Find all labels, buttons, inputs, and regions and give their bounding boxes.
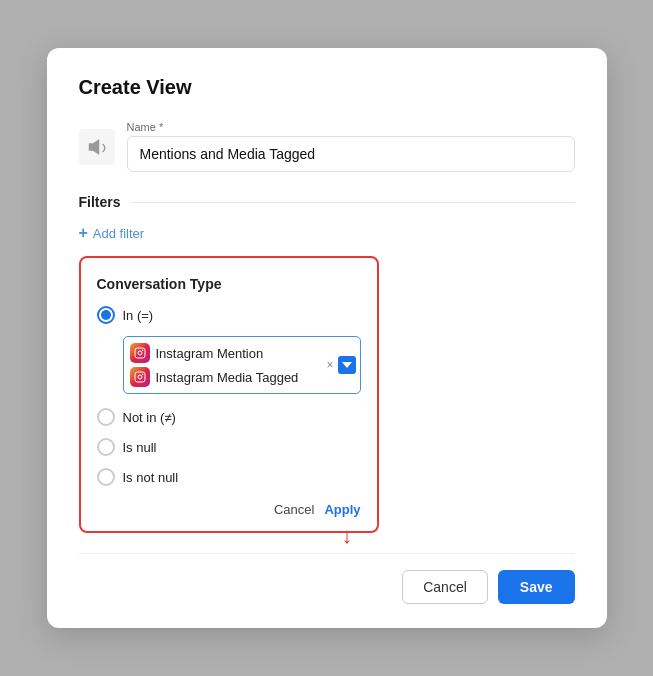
instagram-icon-2 bbox=[130, 367, 150, 387]
svg-point-5 bbox=[138, 375, 142, 379]
instagram-icon-1 bbox=[130, 343, 150, 363]
multi-select-box[interactable]: Instagram Mention Instagram Media Tagged… bbox=[123, 336, 361, 394]
radio-is-not-null[interactable]: Is not null bbox=[97, 468, 361, 486]
name-label: Name * bbox=[127, 121, 575, 133]
add-filter-plus-icon: + bbox=[79, 224, 88, 242]
svg-rect-1 bbox=[135, 348, 145, 358]
add-filter-button[interactable]: + Add filter bbox=[79, 224, 145, 242]
radio-is-null-label: Is null bbox=[123, 440, 157, 455]
dropdown-button[interactable] bbox=[338, 356, 356, 374]
svg-point-2 bbox=[138, 351, 142, 355]
filter-card-footer: Cancel Apply ↓ bbox=[97, 502, 361, 517]
radio-not-in-circle bbox=[97, 408, 115, 426]
tag-instagram-mention: Instagram Mention bbox=[130, 343, 354, 363]
clear-button[interactable]: × bbox=[324, 358, 335, 372]
radio-in-label: In (=) bbox=[123, 308, 154, 323]
modal-save-button[interactable]: Save bbox=[498, 570, 575, 604]
filters-section: Filters + Add filter Conversation Type I… bbox=[79, 194, 575, 533]
svg-point-6 bbox=[142, 374, 144, 376]
filter-card: Conversation Type In (=) bbox=[79, 256, 379, 533]
name-section: Name * bbox=[79, 121, 575, 172]
tag-mention-label: Instagram Mention bbox=[156, 346, 264, 361]
tag-instagram-media: Instagram Media Tagged bbox=[130, 367, 354, 387]
modal-title: Create View bbox=[79, 76, 575, 99]
radio-is-not-null-circle bbox=[97, 468, 115, 486]
radio-in-dot bbox=[101, 310, 111, 320]
name-input[interactable] bbox=[127, 136, 575, 172]
select-controls: × bbox=[324, 356, 355, 374]
modal-footer: Cancel Save bbox=[79, 553, 575, 604]
radio-in[interactable]: In (=) bbox=[97, 306, 361, 324]
filter-cancel-button[interactable]: Cancel bbox=[274, 502, 314, 517]
filters-label: Filters bbox=[79, 194, 575, 210]
radio-not-in[interactable]: Not in (≠) bbox=[97, 408, 361, 426]
svg-rect-4 bbox=[135, 372, 145, 382]
modal-cancel-button[interactable]: Cancel bbox=[402, 570, 488, 604]
radio-is-not-null-label: Is not null bbox=[123, 470, 179, 485]
name-field-wrapper: Name * bbox=[127, 121, 575, 172]
arrow-down-indicator: ↓ bbox=[342, 525, 353, 547]
create-view-modal: Create View Name * Filters + Add filter … bbox=[47, 48, 607, 628]
megaphone-icon bbox=[79, 129, 115, 165]
filter-apply-button[interactable]: Apply bbox=[324, 502, 360, 517]
radio-in-circle bbox=[97, 306, 115, 324]
svg-point-3 bbox=[142, 350, 144, 352]
radio-not-in-label: Not in (≠) bbox=[123, 410, 176, 425]
radio-is-null[interactable]: Is null bbox=[97, 438, 361, 456]
radio-is-null-circle bbox=[97, 438, 115, 456]
chevron-down-icon bbox=[342, 360, 352, 370]
tag-media-label: Instagram Media Tagged bbox=[156, 370, 299, 385]
filter-card-title: Conversation Type bbox=[97, 276, 361, 292]
add-filter-label: Add filter bbox=[93, 226, 144, 241]
